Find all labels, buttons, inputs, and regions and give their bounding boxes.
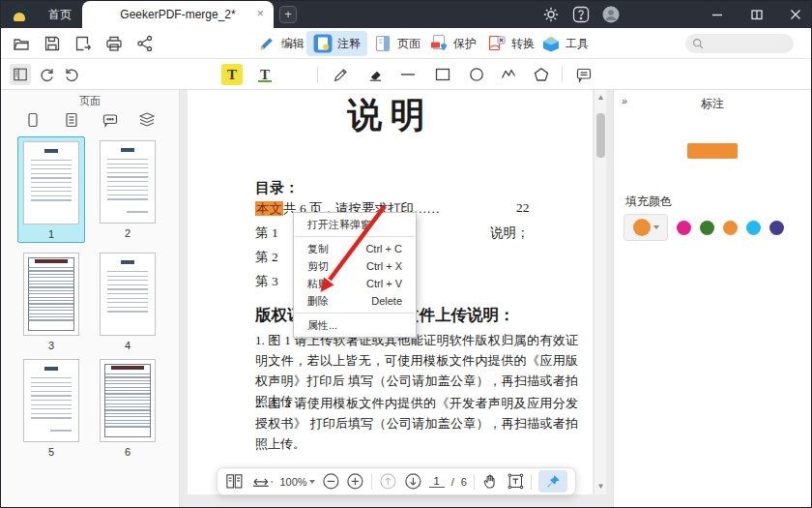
scroll-down-icon[interactable]: ▼ (594, 481, 607, 493)
settings-gear-icon[interactable] (542, 6, 560, 23)
new-tab-button[interactable]: + (279, 6, 297, 23)
ribbon-tab-annotate[interactable]: 注释 (306, 31, 367, 56)
page-thumbnail-5[interactable]: 5 (17, 359, 85, 458)
sidebar-toggle-button[interactable] (10, 64, 31, 85)
fit-width-icon[interactable] (250, 472, 274, 491)
toc-line-tail: 22 (516, 200, 530, 216)
menu-item-shortcut: Delete (371, 295, 402, 308)
thumbnail-page-preview (100, 359, 156, 442)
palette-color-green[interactable] (700, 221, 714, 235)
annotation-toolbar: T T T (1, 59, 811, 90)
home-button[interactable]: 首页 (41, 7, 79, 23)
paragraph-2: 2. 图 2 请使用模板文件内提供的《开发者声明及应用分发授权书》 打印后填写（… (255, 393, 578, 454)
page-thumbnail-1[interactable]: 1 (17, 136, 85, 243)
ribbon-tab-protect[interactable]: 保护 (422, 31, 483, 56)
toolbox-icon (541, 34, 561, 53)
zoom-in-button[interactable] (346, 472, 364, 491)
menu-item-label: 剪切 (307, 260, 329, 273)
save-icon[interactable] (44, 35, 61, 52)
menu-item-properties[interactable]: 属性... (294, 316, 416, 334)
search-box[interactable] (685, 34, 794, 53)
underline-tool[interactable]: T (254, 64, 276, 85)
redo-button[interactable] (36, 64, 57, 85)
polygon-tool[interactable] (531, 64, 552, 85)
thumbnail-view-icon[interactable] (24, 111, 42, 129)
underline-tool-letter: T (260, 68, 270, 82)
menu-item-label: 粘贴 (307, 278, 329, 290)
scroll-thumb[interactable] (596, 113, 605, 158)
highlighted-annotation[interactable]: 本文 (255, 201, 283, 216)
collapse-panel-icon[interactable]: » (622, 95, 626, 106)
next-page-button[interactable] (404, 472, 422, 491)
palette-color-orange[interactable] (723, 221, 738, 235)
circle-tool[interactable] (466, 64, 487, 85)
ribbon-tab-tools[interactable]: 工具 (535, 31, 595, 56)
page-layout-icon (373, 34, 392, 53)
comment-tool[interactable] (573, 64, 594, 85)
ribbon-tab-edit[interactable]: 编辑 (250, 31, 311, 56)
menu-item-open-annotation-popup[interactable]: 打开注释弹窗 (294, 216, 416, 233)
close-button[interactable] (788, 7, 803, 22)
toc-line-tail: 说明； (490, 224, 530, 242)
outline-view-icon[interactable] (63, 111, 80, 129)
menu-item-copy[interactable]: 复制 Ctrl + C (294, 240, 416, 257)
page-thumbnail-2[interactable]: 2 (94, 140, 161, 239)
menu-item-delete[interactable]: 删除 Delete (294, 292, 416, 310)
highlight-tool[interactable]: T (221, 64, 243, 85)
ribbon-tab-page[interactable]: 页面 (366, 31, 427, 56)
doc-scrollbar[interactable]: ▲ ▼ (594, 90, 606, 494)
hand-tool-icon[interactable] (481, 472, 500, 491)
select-text-tool-icon[interactable] (507, 472, 525, 491)
prev-page-button[interactable] (379, 472, 397, 491)
statusbar-divider (531, 474, 532, 490)
selected-color-dot (633, 219, 651, 236)
zoom-out-button[interactable] (322, 472, 340, 491)
page-thumbnail-6[interactable]: 6 (94, 359, 161, 458)
color-select-dropdown[interactable] (624, 214, 668, 241)
open-file-icon[interactable] (13, 35, 30, 52)
chevron-down-icon (653, 225, 659, 229)
pin-toolbar-button[interactable] (538, 470, 567, 493)
undo-button[interactable] (61, 64, 82, 85)
eraser-tool[interactable] (364, 64, 386, 85)
menu-item-cut[interactable]: 剪切 Ctrl + X (294, 257, 416, 275)
page-thumbnail-4[interactable]: 4 (94, 253, 161, 351)
help-icon[interactable] (572, 6, 590, 23)
layers-view-icon[interactable] (138, 111, 156, 129)
zoom-level-dropdown[interactable]: 100% (279, 476, 314, 488)
share-icon[interactable] (136, 35, 154, 52)
ribbon-tab-label: 保护 (453, 36, 477, 52)
page-number-label: 5 (17, 446, 85, 458)
palette-color-indigo[interactable] (769, 221, 784, 235)
line-tool[interactable] (397, 64, 419, 85)
rectangle-tool[interactable] (432, 64, 453, 85)
polyline-tool[interactable] (498, 64, 519, 85)
palette-color-cyan[interactable] (746, 221, 761, 235)
maximize-button[interactable] (749, 7, 765, 22)
save-as-icon[interactable] (74, 35, 92, 52)
page-number-input[interactable]: 1 (429, 475, 445, 488)
menu-item-paste[interactable]: 粘贴 Ctrl + V (294, 275, 416, 292)
ribbon-tab-label: 编辑 (281, 36, 304, 52)
search-icon (692, 38, 704, 49)
pages-panel-title: 页面 (1, 90, 179, 108)
menu-item-shortcut: Ctrl + C (365, 243, 402, 255)
palette-color-pink[interactable] (677, 221, 691, 235)
tab-close-icon[interactable]: × (256, 7, 264, 20)
user-avatar[interactable] (602, 6, 620, 23)
ribbon-tab-convert[interactable]: 转换 (480, 31, 541, 56)
search-input[interactable] (709, 37, 786, 50)
print-icon[interactable] (105, 35, 123, 52)
ribbon-tab-label: 转换 (511, 36, 535, 52)
ribbon-tab-label: 注释 (337, 36, 361, 52)
page-number-label: 2 (94, 227, 161, 239)
page-number-label: 6 (94, 446, 161, 458)
minimize-button[interactable] (710, 7, 725, 22)
page-thumbnail-3[interactable]: 3 (17, 253, 85, 351)
pen-tool[interactable] (330, 64, 351, 85)
two-page-view-icon[interactable] (225, 472, 244, 491)
scroll-up-icon[interactable]: ▲ (594, 92, 607, 104)
comments-view-icon[interactable] (102, 111, 119, 129)
app-window: 首页 GeekerPDF-merge_2* × + (0, 0, 812, 508)
document-tab[interactable]: GeekerPDF-merge_2* × (82, 1, 274, 28)
